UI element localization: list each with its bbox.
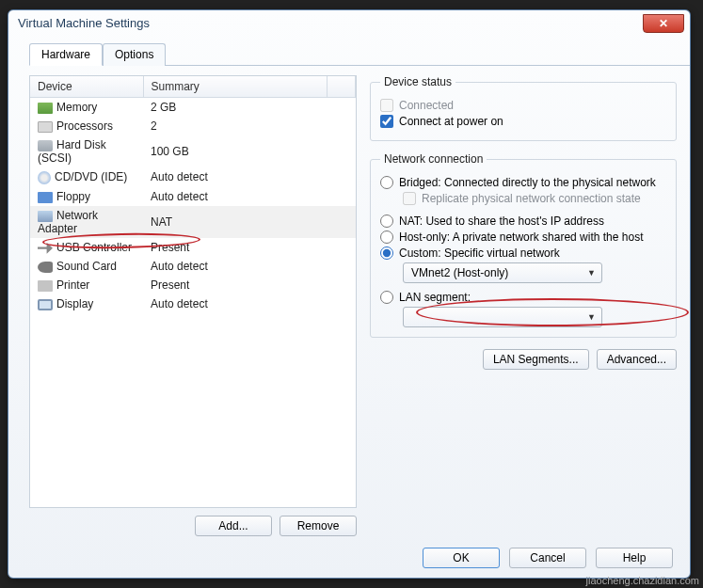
device-summary: 2 GB [143,98,328,118]
device-summary: Auto detect [143,294,328,313]
host-only-label: Host-only: A private network shared with… [399,230,643,244]
device-name: Printer [56,278,89,292]
device-name: Memory [56,101,97,114]
table-row[interactable]: DisplayAuto detect [30,294,356,313]
device-detail-panel: Device status Connected Connect at power… [370,75,677,536]
device-icon [38,299,53,310]
device-name: USB Controller [56,241,132,254]
nat-label: NAT: Used to share the host's IP address [399,215,604,228]
table-row[interactable]: Memory2 GB [30,98,356,118]
device-name: CD/DVD (IDE) [55,170,127,183]
network-connection-legend: Network connection [380,152,487,166]
column-header-summary[interactable]: Summary [143,76,328,98]
column-header-device[interactable]: Device [30,76,143,98]
table-row[interactable]: Hard Disk (SCSI)100 GB [30,135,356,167]
device-status-legend: Device status [380,75,455,88]
remove-button[interactable]: Remove [280,516,357,536]
device-status-group: Device status Connected Connect at power… [370,75,677,141]
cancel-button[interactable]: Cancel [509,548,586,568]
table-row[interactable]: USB ControllerPresent [30,238,356,257]
device-summary: Auto detect [143,167,328,187]
lan-segment-select[interactable] [403,307,602,327]
custom-network-value: VMnet2 (Host-only) [411,266,508,279]
nat-radio[interactable] [380,215,393,228]
device-list-panel: Device Summary Memory2 GBProcessors2Hard… [29,75,357,536]
table-row[interactable]: Sound CardAuto detect [30,257,356,276]
table-row[interactable]: Processors2 [30,117,356,135]
replicate-checkbox-row[interactable]: Replicate physical network connection st… [403,192,666,205]
column-header-empty[interactable] [328,76,356,98]
connect-power-on-label: Connect at power on [399,115,503,128]
device-icon [38,103,53,114]
device-name: Display [56,297,93,310]
table-row[interactable]: CD/DVD (IDE)Auto detect [30,167,356,187]
device-icon [38,192,53,203]
device-name: Processors [56,119,113,133]
advanced-button[interactable]: Advanced... [597,349,677,370]
device-icon [38,140,53,151]
device-name: Floppy [56,190,90,203]
host-only-radio[interactable] [380,230,393,244]
device-summary: Present [143,276,328,294]
device-summary: Present [143,238,328,257]
device-buttons: Add... Remove [29,516,357,536]
device-icon [38,211,53,222]
table-row[interactable]: PrinterPresent [30,276,356,294]
custom-radio-row[interactable]: Custom: Specific virtual network [380,246,666,260]
settings-window: Virtual Machine Settings ✕ Hardware Opti… [8,9,691,579]
device-summary: NAT [143,206,328,238]
lan-segment-radio-row[interactable]: LAN segment: [380,291,666,304]
device-icon [38,243,53,254]
device-icon [38,171,51,184]
bridged-label: Bridged: Connected directly to the physi… [399,176,656,189]
device-icon [38,262,53,273]
nat-radio-row[interactable]: NAT: Used to share the host's IP address [380,215,666,228]
device-table: Device Summary Memory2 GBProcessors2Hard… [29,75,357,508]
device-summary: 2 [143,117,328,135]
add-button[interactable]: Add... [195,516,272,536]
close-button[interactable]: ✕ [643,14,684,33]
lan-segment-radio[interactable] [380,291,393,304]
network-connection-group: Network connection Bridged: Connected di… [370,152,677,338]
bridged-radio[interactable] [380,176,393,189]
custom-radio[interactable] [380,246,393,260]
tab-hardware[interactable]: Hardware [29,43,103,66]
tab-options[interactable]: Options [103,43,166,66]
ok-button[interactable]: OK [423,548,500,568]
device-name: Sound Card [56,260,117,273]
help-button[interactable]: Help [596,548,673,568]
content-area: Device Summary Memory2 GBProcessors2Hard… [8,66,690,548]
table-row[interactable]: Network AdapterNAT [30,206,356,238]
connect-power-on-row[interactable]: Connect at power on [380,115,666,128]
device-icon [38,121,53,133]
watermark-text: jiaocheng.chazidian.com [586,575,699,586]
table-row[interactable]: FloppyAuto detect [30,187,356,206]
connected-label: Connected [399,99,454,112]
window-title: Virtual Machine Settings [18,16,150,30]
host-only-radio-row[interactable]: Host-only: A private network shared with… [380,230,666,244]
custom-label: Custom: Specific virtual network [399,246,560,260]
title-bar: Virtual Machine Settings ✕ [8,10,690,39]
custom-network-select[interactable]: VMnet2 (Host-only) [403,262,602,283]
replicate-label: Replicate physical network connection st… [422,192,641,205]
connect-power-on-checkbox[interactable] [380,115,393,128]
lan-segments-button[interactable]: LAN Segments... [483,349,589,370]
tab-bar: Hardware Options [29,42,690,66]
device-icon [38,280,53,292]
connected-checkbox[interactable] [380,99,393,112]
close-icon: ✕ [659,17,668,30]
replicate-checkbox[interactable] [403,192,416,205]
device-summary: Auto detect [143,187,328,206]
device-summary: Auto detect [143,257,328,276]
connected-checkbox-row[interactable]: Connected [380,99,666,112]
lan-segment-label: LAN segment: [399,291,471,304]
network-buttons: LAN Segments... Advanced... [370,349,677,370]
device-summary: 100 GB [143,135,328,167]
bridged-radio-row[interactable]: Bridged: Connected directly to the physi… [380,176,666,189]
